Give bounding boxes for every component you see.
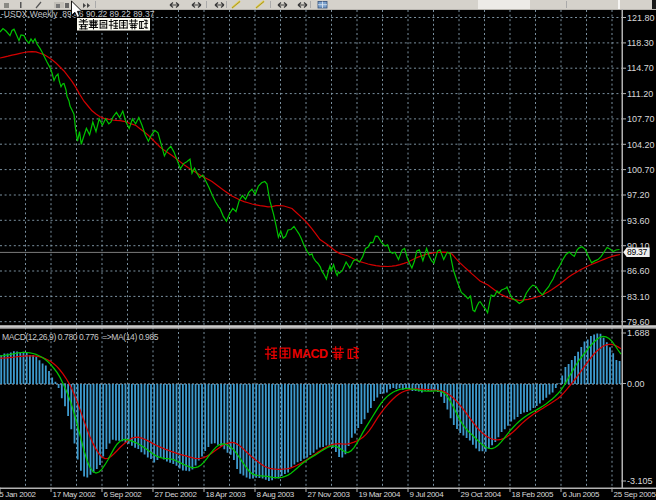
svg-text:25 Sep 2005: 25 Sep 2005 [614, 490, 656, 499]
svg-text:89.37: 89.37 [627, 247, 648, 257]
svg-text:83.10: 83.10 [627, 292, 650, 302]
svg-text:29 Oct 2004: 29 Oct 2004 [461, 490, 502, 499]
svg-text:111.20: 111.20 [627, 89, 653, 99]
svg-text:93.60: 93.60 [627, 216, 650, 226]
svg-text:6 Sep 2002: 6 Sep 2002 [104, 490, 143, 499]
svg-text:107.70: 107.70 [627, 114, 655, 124]
svg-text:79.60: 79.60 [627, 317, 650, 327]
svg-text:118.30: 118.30 [627, 38, 654, 48]
svg-text:MACD: MACD [292, 347, 328, 361]
svg-text:0.00: 0.00 [627, 379, 645, 389]
svg-text:27 Nov 2003: 27 Nov 2003 [308, 490, 351, 499]
svg-text:18 Apr 2003: 18 Apr 2003 [206, 490, 247, 499]
svg-text:8 Aug 2003: 8 Aug 2003 [257, 490, 295, 499]
svg-text:MACD(12,26,9) 0.780 0.776 =>M: MACD(12,26,9) 0.780 0.776 =>MA(14) 0.985 [2, 332, 159, 342]
svg-text:86.60: 86.60 [627, 266, 650, 276]
svg-text:18 Feb 2005: 18 Feb 2005 [512, 490, 554, 499]
svg-text:114.70: 114.70 [627, 63, 654, 73]
svg-text:104.20: 104.20 [627, 140, 655, 150]
svg-text:121.80: 121.80 [627, 13, 655, 23]
svg-text:97.20: 97.20 [627, 190, 650, 200]
svg-text:27 Dec 2002: 27 Dec 2002 [155, 490, 198, 499]
svg-text:25 Jan 2002: 25 Jan 2002 [0, 490, 37, 499]
svg-text:100.70: 100.70 [627, 165, 655, 175]
svg-text:1.688: 1.688 [627, 328, 650, 338]
svg-text:-3.105: -3.105 [627, 476, 653, 486]
svg-text:6 Jun 2005: 6 Jun 2005 [563, 490, 600, 499]
svg-text:9 Jul 2004: 9 Jul 2004 [410, 490, 445, 499]
svg-text:19 Mar 2004: 19 Mar 2004 [359, 490, 401, 499]
svg-text:17 May 2002: 17 May 2002 [53, 490, 97, 499]
